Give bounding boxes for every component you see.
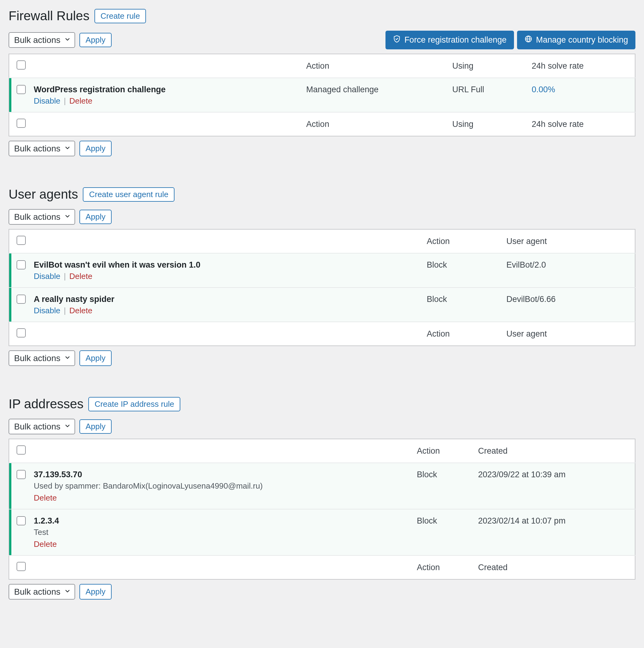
col-rate-header: 24h solve rate <box>526 54 635 78</box>
delete-link[interactable]: Delete <box>69 306 92 315</box>
rule-ua: EvilBot/2.0 <box>500 253 635 287</box>
disable-link[interactable]: Disable <box>34 272 60 281</box>
ua-bulk-actions-select[interactable]: Bulk actions <box>9 209 75 225</box>
col-action-header: Action <box>411 439 472 463</box>
rule-name[interactable]: A really nasty spider <box>34 294 414 304</box>
rule-action: Block <box>421 253 500 287</box>
user-agents-section: User agents Create user agent rule Bulk … <box>9 187 635 366</box>
select-all-checkbox[interactable] <box>16 236 26 245</box>
ip-note: Used by spammer: BandaroMix(LoginovaLyus… <box>34 481 404 491</box>
col-using-header: Using <box>446 54 526 78</box>
firewall-bulk-actions-select-bottom[interactable]: Bulk actions <box>9 141 75 156</box>
rule-action: Block <box>421 287 500 322</box>
disable-link[interactable]: Disable <box>34 306 60 315</box>
ip-apply-top-button[interactable]: Apply <box>80 419 112 434</box>
delete-link[interactable]: Delete <box>34 493 57 502</box>
select-all-checkbox-bottom[interactable] <box>16 119 26 128</box>
ip-value[interactable]: 1.2.3.4 <box>34 516 404 526</box>
table-row: WordPress registration challenge Disable… <box>9 78 635 112</box>
ip-bulk-actions-select[interactable]: Bulk actions <box>9 419 75 434</box>
firewall-apply-top-button[interactable]: Apply <box>80 33 112 47</box>
globe-icon <box>525 35 532 45</box>
firewall-rules-table: Action Using 24h solve rate WordPress re… <box>9 54 635 137</box>
delete-link[interactable]: Delete <box>34 539 57 549</box>
col-ua-header: User agent <box>500 229 635 253</box>
row-checkbox[interactable] <box>16 85 26 94</box>
ip-value[interactable]: 37.139.53.70 <box>34 470 404 479</box>
create-firewall-rule-button[interactable]: Create rule <box>94 9 146 23</box>
col-action-header: Action <box>300 54 446 78</box>
table-row: EvilBot wasn't evil when it was version … <box>9 253 635 287</box>
ua-apply-top-button[interactable]: Apply <box>80 210 112 224</box>
row-checkbox[interactable] <box>16 470 26 479</box>
col-action-header: Action <box>421 229 500 253</box>
ua-bulk-actions-select-bottom[interactable]: Bulk actions <box>9 350 75 366</box>
disable-link[interactable]: Disable <box>34 96 60 105</box>
row-checkbox[interactable] <box>16 516 26 525</box>
rule-created: 2023/02/14 at 10:07 pm <box>472 509 635 555</box>
table-row: A really nasty spider Disable | Delete B… <box>9 287 635 322</box>
table-row: 37.139.53.70 Used by spammer: BandaroMix… <box>9 463 635 509</box>
select-all-checkbox[interactable] <box>16 445 26 454</box>
ip-addresses-section: IP addresses Create IP address rule Bulk… <box>9 397 635 600</box>
select-all-checkbox-bottom[interactable] <box>16 328 26 337</box>
force-registration-label: Force registration challenge <box>404 35 507 45</box>
ua-apply-bottom-button[interactable]: Apply <box>80 350 112 366</box>
rule-solve-rate[interactable]: 0.00% <box>532 85 555 94</box>
ip-note: Test <box>34 528 404 537</box>
rule-action: Block <box>411 509 472 555</box>
force-registration-challenge-button[interactable]: Force registration challenge <box>386 31 514 49</box>
ip-addresses-title: IP addresses <box>9 397 84 411</box>
rule-created: 2023/09/22 at 10:39 am <box>472 463 635 509</box>
manage-country-blocking-button[interactable]: Manage country blocking <box>517 31 635 49</box>
ip-addresses-table: Action Created 37.139.53.70 Used by spam… <box>9 439 635 580</box>
rule-ua: DevilBot/6.66 <box>500 287 635 322</box>
ip-apply-bottom-button[interactable]: Apply <box>80 584 112 600</box>
rule-name[interactable]: WordPress registration challenge <box>34 85 294 94</box>
create-user-agent-rule-button[interactable]: Create user agent rule <box>83 187 175 202</box>
select-all-checkbox-bottom[interactable] <box>16 562 26 571</box>
firewall-apply-bottom-button[interactable]: Apply <box>80 141 112 156</box>
firewall-title: Firewall Rules <box>9 9 90 23</box>
firewall-rules-section: Firewall Rules Create rule Bulk actions … <box>9 9 635 156</box>
shield-icon <box>393 35 401 45</box>
manage-country-label: Manage country blocking <box>536 35 628 45</box>
delete-link[interactable]: Delete <box>69 272 92 281</box>
user-agents-table: Action User agent EvilBot wasn't evil wh… <box>9 229 635 346</box>
table-row: 1.2.3.4 Test Delete Block 2023/02/14 at … <box>9 509 635 555</box>
create-ip-address-rule-button[interactable]: Create IP address rule <box>88 397 180 411</box>
rule-name[interactable]: EvilBot wasn't evil when it was version … <box>34 260 414 270</box>
col-created-header: Created <box>472 439 635 463</box>
user-agents-title: User agents <box>9 187 78 202</box>
delete-link[interactable]: Delete <box>69 96 92 105</box>
ip-bulk-actions-select-bottom[interactable]: Bulk actions <box>9 584 75 600</box>
row-checkbox[interactable] <box>16 260 26 269</box>
rule-using: URL Full <box>446 78 526 112</box>
select-all-checkbox[interactable] <box>16 60 26 69</box>
rule-action: Managed challenge <box>300 78 446 112</box>
firewall-bulk-actions-select[interactable]: Bulk actions <box>9 32 75 48</box>
rule-action: Block <box>411 463 472 509</box>
row-checkbox[interactable] <box>16 294 26 304</box>
